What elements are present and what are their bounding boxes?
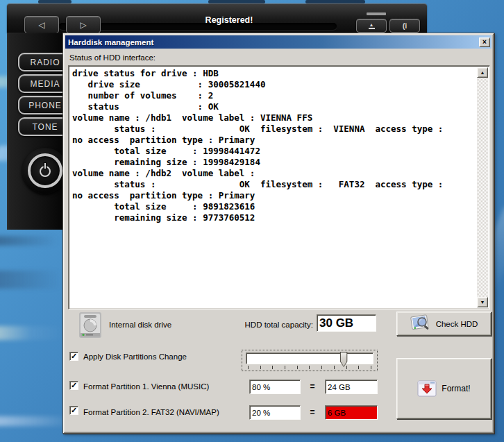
slider-tick xyxy=(334,366,335,369)
format-icon xyxy=(417,380,437,397)
eject-button[interactable]: ▲ xyxy=(356,19,387,33)
slider-tick xyxy=(321,366,322,369)
slider-tick xyxy=(260,366,261,369)
scroll-down-icon: ▼ xyxy=(480,300,485,305)
equals-sign: = xyxy=(308,407,317,417)
sd-slot-notch xyxy=(367,12,386,15)
format-partition2-label: Format Partition 2. FAT32 (NAVI/MAP) xyxy=(83,408,219,416)
info-icon: (i xyxy=(403,22,408,30)
check-hdd-label: Check HDD xyxy=(436,320,478,328)
eject-icon: ▲ xyxy=(369,23,374,27)
close-button[interactable]: × xyxy=(479,37,490,47)
slider-tick xyxy=(248,366,249,369)
scroll-down-button[interactable]: ▼ xyxy=(477,297,488,307)
next-track-button[interactable]: ▷ xyxy=(66,16,101,33)
harddisk-icon xyxy=(78,312,103,339)
slider-tick xyxy=(371,366,371,369)
slider-tick xyxy=(285,366,285,369)
format-button-label: Format! xyxy=(442,384,470,393)
hdd-capacity-label: HDD total capacity: xyxy=(230,321,313,329)
info-button[interactable]: (i xyxy=(389,19,420,33)
partition2-percent-input[interactable] xyxy=(249,405,301,420)
partition1-size-input[interactable] xyxy=(325,380,378,394)
format-button[interactable]: Format! xyxy=(396,358,492,419)
desktop-background: Registered! ◁ ▷ ▲ (i RADIO MEDIA PHONE T… xyxy=(0,0,504,442)
power-button[interactable] xyxy=(28,153,62,188)
partition-slider[interactable] xyxy=(242,350,378,371)
power-knob xyxy=(22,148,68,194)
checkmark-icon: ✓ xyxy=(71,406,77,414)
harddisk-management-dialog: Harddisk management × Status of HDD inte… xyxy=(62,33,494,434)
check-hdd-icon xyxy=(410,314,431,333)
left-triangle-icon: ◁ xyxy=(38,20,44,30)
desktop-streak xyxy=(0,326,65,340)
radio-top-panel: Registered! ◁ ▷ ▲ (i xyxy=(7,3,427,33)
slider-tick xyxy=(346,366,347,369)
slider-ticks xyxy=(248,366,371,369)
right-triangle-icon: ▷ xyxy=(80,20,86,30)
slider-tick xyxy=(297,366,298,369)
phone-button-label: PHONE xyxy=(28,101,62,110)
scroll-up-icon: ▲ xyxy=(480,70,485,75)
format-partition1-label: Format Partition 1. Vienna (MUSIC) xyxy=(83,382,209,391)
hdd-capacity-input[interactable] xyxy=(317,314,376,332)
slider-tick xyxy=(358,366,359,369)
slider-thumb[interactable] xyxy=(340,352,348,367)
previous-track-button[interactable]: ◁ xyxy=(24,16,59,33)
format-partition1-checkbox[interactable]: ✓ xyxy=(69,381,78,390)
dialog-titlebar[interactable]: Harddisk management × xyxy=(65,35,492,49)
close-icon: × xyxy=(482,38,487,46)
apply-partitions-label: Apply Disk Partitions Change xyxy=(83,352,187,361)
checkmark-icon: ✓ xyxy=(71,352,77,360)
format-partition2-checkbox[interactable]: ✓ xyxy=(69,406,78,415)
check-hdd-button[interactable]: Check HDD xyxy=(396,312,492,336)
slider-groove[interactable] xyxy=(246,352,373,364)
desktop-streak xyxy=(0,271,62,289)
power-icon xyxy=(40,166,51,177)
hdd-status-textbox[interactable]: drive status for drive : HDB drive size … xyxy=(68,65,490,309)
partition2-size-input[interactable] xyxy=(325,405,378,420)
radio-button-label: RADIO xyxy=(30,58,60,67)
hdd-status-text: drive status for drive : HDB drive size … xyxy=(72,68,476,307)
eject-icon-bar xyxy=(369,28,375,29)
radio-left-panel: RADIO MEDIA PHONE TONE xyxy=(7,33,62,230)
status-of-hdd-label: Status of HDD interface: xyxy=(69,53,156,62)
registered-status-text: Registered! xyxy=(125,15,333,25)
media-button-label: MEDIA xyxy=(30,79,60,89)
internal-disk-label: Internal disk drive xyxy=(109,321,171,329)
desktop-streak xyxy=(0,236,58,246)
equals-sign: = xyxy=(308,382,317,391)
dialog-title: Harddisk management xyxy=(65,38,479,46)
slider-tick xyxy=(309,366,310,369)
tone-button-label: TONE xyxy=(32,122,58,132)
vertical-scrollbar[interactable]: ▲ ▼ xyxy=(477,67,488,307)
partition1-percent-input[interactable] xyxy=(249,380,301,394)
checkmark-icon: ✓ xyxy=(71,381,77,389)
slider-tick xyxy=(272,366,273,369)
desktop-streak xyxy=(0,416,72,426)
scroll-up-button[interactable]: ▲ xyxy=(477,67,488,78)
apply-partitions-checkbox[interactable]: ✓ xyxy=(69,352,78,361)
